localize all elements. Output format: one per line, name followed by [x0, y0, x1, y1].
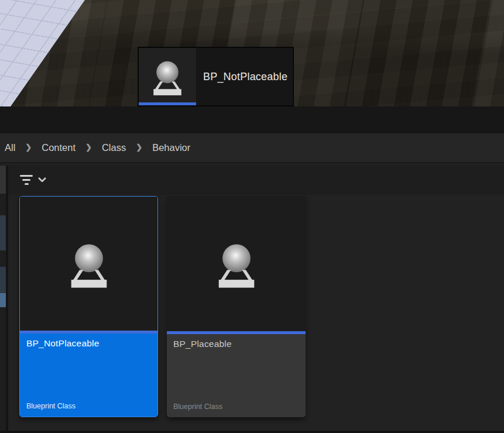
- breadcrumb-item-content[interactable]: Content: [42, 142, 76, 153]
- source-row[interactable]: [0, 215, 6, 250]
- source-row[interactable]: [0, 267, 6, 293]
- filters-button[interactable]: [19, 171, 53, 188]
- asset-grid: BP_NotPlaceable Blueprint Class BP_Place…: [8, 195, 504, 431]
- content-browser-header: [0, 106, 504, 133]
- filter-icon: [19, 175, 34, 185]
- search-toolbar: [0, 164, 504, 195]
- asset-thumbnail: [20, 197, 157, 331]
- asset-type-label: Blueprint Class: [173, 403, 222, 411]
- asset-name: BP_Placeable: [173, 339, 299, 349]
- chevron-right-icon: ❯: [25, 143, 32, 152]
- source-row-selected[interactable]: [0, 293, 6, 307]
- drag-preview-label: BP_NotPlaceable: [196, 48, 293, 105]
- breadcrumb: All ❯ Content ❯ Class ❯ Behavior: [0, 133, 504, 163]
- chevron-down-icon: [37, 176, 47, 183]
- asset-tile-bp-notplaceable[interactable]: BP_NotPlaceable Blueprint Class: [19, 196, 158, 417]
- asset-type-label: Blueprint Class: [26, 402, 76, 410]
- blueprint-sphere-icon: [59, 234, 119, 294]
- asset-tile-bp-placeable[interactable]: BP_Placeable Blueprint Class: [167, 196, 306, 417]
- drag-preview-thumbnail: [139, 48, 196, 105]
- asset-info: BP_NotPlaceable Blueprint Class: [20, 334, 157, 417]
- breadcrumb-item-behavior[interactable]: Behavior: [152, 142, 190, 153]
- window-bottom-edge: [0, 431, 504, 433]
- asset-info: BP_Placeable Blueprint Class: [167, 334, 306, 417]
- chevron-right-icon: ❯: [136, 143, 142, 152]
- asset-name: BP_NotPlaceable: [26, 338, 151, 349]
- breadcrumb-item-all[interactable]: All: [5, 142, 15, 153]
- source-row[interactable]: [0, 166, 6, 194]
- asset-thumbnail: [167, 196, 306, 331]
- breadcrumb-item-class[interactable]: Class: [102, 142, 126, 153]
- content-browser-window: BP_NotPlaceable All ❯ Content ❯ Class ❯ …: [0, 0, 504, 433]
- blueprint-sphere-icon: [144, 53, 191, 100]
- blueprint-sphere-icon: [207, 234, 266, 294]
- level-viewport[interactable]: BP_NotPlaceable: [0, 0, 504, 106]
- asset-type-color-bar: [139, 102, 196, 105]
- sources-panel-sliver: [0, 166, 6, 433]
- drag-preview-tooltip: BP_NotPlaceable: [138, 47, 294, 106]
- chevron-right-icon: ❯: [85, 143, 92, 152]
